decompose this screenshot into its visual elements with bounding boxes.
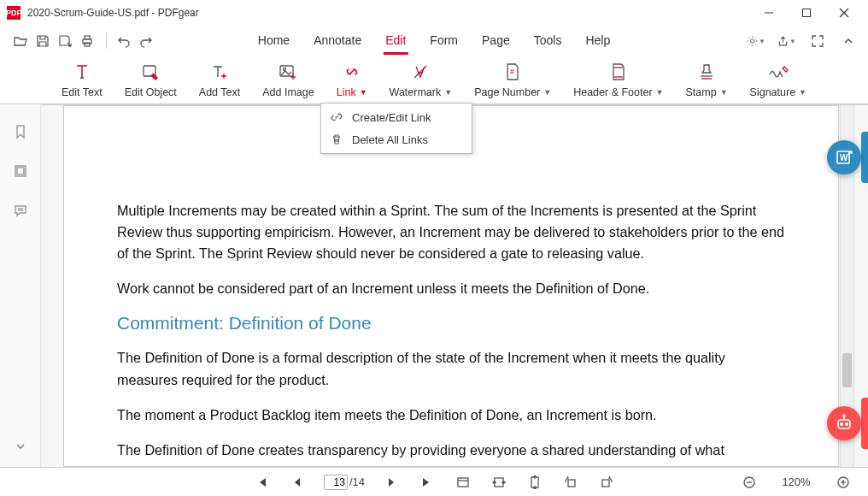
header-footer-icon xyxy=(607,61,630,83)
zoom-in-button[interactable] xyxy=(834,473,853,492)
create-edit-link-item[interactable]: Create/Edit Link xyxy=(321,106,472,128)
edit-object-icon xyxy=(139,61,161,83)
stamp-button[interactable]: Stamp ▼ xyxy=(683,59,731,100)
undo-icon[interactable] xyxy=(114,31,134,51)
signature-label: Signature xyxy=(750,86,796,98)
open-icon[interactable] xyxy=(10,31,31,51)
edit-object-label: Edit Object xyxy=(125,86,177,98)
zoom-value: 120% xyxy=(771,475,822,488)
page-number-label: Page Number xyxy=(474,86,540,98)
add-image-button[interactable]: Add Image xyxy=(259,59,317,100)
caret-down-icon: ▼ xyxy=(360,88,367,97)
scrollbar-thumb[interactable] xyxy=(842,353,852,387)
fullscreen-icon[interactable] xyxy=(808,32,827,50)
thumbnails-icon[interactable] xyxy=(10,161,31,181)
redo-icon[interactable] xyxy=(136,31,156,51)
tab-help[interactable]: Help xyxy=(584,28,612,55)
svg-line-14 xyxy=(749,44,750,44)
first-page-button[interactable] xyxy=(252,473,271,492)
ai-assistant-button[interactable] xyxy=(827,406,861,440)
ai-assist-edge xyxy=(861,398,868,449)
save-icon[interactable] xyxy=(32,31,53,51)
svg-rect-41 xyxy=(568,480,575,487)
prev-page-button[interactable] xyxy=(288,473,307,492)
page-number-icon: # xyxy=(501,61,524,83)
svg-line-12 xyxy=(749,38,750,38)
fit-page-button[interactable] xyxy=(525,473,544,492)
left-sidebar xyxy=(0,104,41,467)
bookmarks-icon[interactable] xyxy=(10,121,31,142)
add-text-label: Add Text xyxy=(199,86,240,98)
brightness-icon[interactable]: ▼ xyxy=(747,32,765,50)
delete-all-links-item[interactable]: Delete All Links xyxy=(321,128,472,151)
tab-annotate[interactable]: Annotate xyxy=(312,28,363,55)
tab-edit[interactable]: Edit xyxy=(384,28,408,55)
maximize-button[interactable] xyxy=(788,0,825,26)
tab-home[interactable]: Home xyxy=(256,28,291,55)
stamp-icon xyxy=(695,61,718,83)
page-input[interactable] xyxy=(324,475,348,490)
watermark-button[interactable]: Watermark ▼ xyxy=(386,59,456,100)
link-button[interactable]: Link ▼ xyxy=(333,59,371,100)
edit-text-button[interactable]: Edit Text xyxy=(58,59,106,100)
signature-icon xyxy=(767,61,789,83)
edit-object-button[interactable]: Edit Object xyxy=(121,59,180,100)
last-page-button[interactable] xyxy=(418,473,437,492)
rotate-right-button[interactable] xyxy=(597,473,616,492)
link-dropdown: Create/Edit Link Delete All Links xyxy=(320,103,472,154)
add-text-button[interactable]: Add Text xyxy=(196,59,243,100)
svg-point-36 xyxy=(843,415,845,416)
edit-text-label: Edit Text xyxy=(62,86,103,98)
svg-rect-5 xyxy=(85,36,90,39)
link-icon xyxy=(341,61,363,83)
header-footer-button[interactable]: Header & Footer ▼ xyxy=(570,59,666,100)
delete-all-links-label: Delete All Links xyxy=(352,133,428,146)
trash-icon xyxy=(330,133,343,146)
svg-rect-42 xyxy=(602,480,609,487)
svg-rect-6 xyxy=(85,43,90,46)
create-edit-link-label: Create/Edit Link xyxy=(352,111,431,124)
rotate-left-button[interactable] xyxy=(561,473,580,492)
tab-form[interactable]: Form xyxy=(428,28,460,55)
svg-text:W: W xyxy=(840,153,848,162)
print-icon[interactable] xyxy=(77,31,97,51)
next-page-button[interactable] xyxy=(382,473,401,492)
paragraph: The Definition of Done creates transpare… xyxy=(117,440,785,461)
svg-rect-1 xyxy=(803,9,811,17)
save-as-icon[interactable] xyxy=(55,31,75,51)
collapse-ribbon-icon[interactable] xyxy=(839,32,858,50)
add-image-icon xyxy=(277,61,299,83)
add-text-icon xyxy=(208,61,231,83)
tab-page[interactable]: Page xyxy=(480,28,512,55)
paragraph: Multiple Increments may be created withi… xyxy=(117,200,785,264)
title-bar: PDF 2020-Scrum-Guide-US.pdf - PDFgear xyxy=(0,0,868,26)
svg-point-7 xyxy=(750,39,754,43)
add-image-label: Add Image xyxy=(262,86,314,98)
convert-to-word-button[interactable]: W xyxy=(827,140,861,174)
tab-tools[interactable]: Tools xyxy=(532,28,564,55)
document-viewport[interactable]: Multiple Increments may be created withi… xyxy=(41,104,868,467)
caret-down-icon: ▼ xyxy=(656,88,664,97)
fit-width-button[interactable] xyxy=(490,473,508,492)
word-export-edge xyxy=(861,132,868,183)
zoom-out-button[interactable] xyxy=(740,473,759,492)
actual-size-button[interactable] xyxy=(454,473,472,492)
paragraph: Work cannot be considered part of an Inc… xyxy=(117,278,785,299)
watermark-icon xyxy=(409,61,431,83)
comments-icon[interactable] xyxy=(10,200,31,221)
minimize-button[interactable] xyxy=(750,0,788,26)
signature-button[interactable]: Signature ▼ xyxy=(747,59,810,100)
chevron-down-icon[interactable] xyxy=(10,436,31,457)
edit-text-icon xyxy=(71,61,93,83)
link-small-icon xyxy=(330,110,343,124)
svg-rect-37 xyxy=(458,478,468,487)
menu-bar: Home Annotate Edit Form Page Tools Help … xyxy=(0,26,868,56)
svg-rect-27 xyxy=(17,168,24,174)
close-button[interactable] xyxy=(825,0,863,26)
page-number-button[interactable]: # Page Number ▼ xyxy=(471,59,554,100)
share-icon[interactable]: ▼ xyxy=(777,32,796,50)
svg-text:#: # xyxy=(510,68,514,76)
svg-point-19 xyxy=(284,68,286,71)
window-title: 2020-Scrum-Guide-US.pdf - PDFgear xyxy=(27,7,199,19)
svg-point-33 xyxy=(841,423,843,426)
